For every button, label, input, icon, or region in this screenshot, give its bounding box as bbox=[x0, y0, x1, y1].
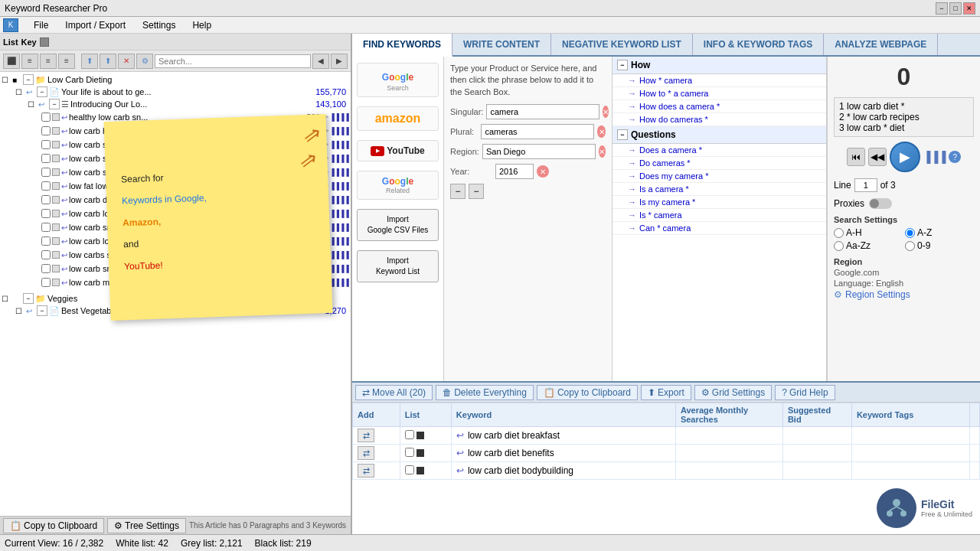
region-input[interactable] bbox=[482, 144, 596, 159]
tree-node-1[interactable]: ☐ ↩ − 📄 Your life is about to ge... 155,… bbox=[0, 86, 351, 98]
toolbar-btn-1[interactable]: ⬛ bbox=[3, 54, 20, 69]
tab-negative-keyword-list[interactable]: NEGATIVE KEYWORD LIST bbox=[551, 34, 693, 55]
radio-aa-zz-input[interactable] bbox=[834, 241, 844, 251]
kw-checkbox[interactable] bbox=[41, 223, 51, 232]
window-controls[interactable]: − □ ✕ bbox=[936, 2, 975, 15]
kw-suggestion-item[interactable]: → How does a camera * bbox=[612, 100, 826, 113]
toolbar-nav-left[interactable]: ◀ bbox=[312, 54, 329, 69]
kw-suggestion-item[interactable]: → Is my camera * bbox=[612, 196, 826, 209]
grid-settings-button[interactable]: ⚙ Grid Settings bbox=[694, 385, 772, 400]
plural-input[interactable] bbox=[481, 124, 594, 139]
kw-checkbox[interactable] bbox=[41, 154, 51, 163]
year-clear-button[interactable]: ✕ bbox=[537, 165, 549, 178]
kw-suggestion-item[interactable]: → How to * a camera bbox=[612, 87, 826, 100]
maximize-button[interactable]: □ bbox=[949, 2, 962, 15]
row-checkbox[interactable] bbox=[405, 448, 414, 457]
tree-settings-button[interactable]: ⚙ Tree Settings bbox=[107, 518, 186, 533]
tab-analyze-webpage[interactable]: ANALYZE WEBPAGE bbox=[824, 34, 938, 55]
tab-write-content[interactable]: WRITE CONTENT bbox=[452, 34, 551, 55]
n2-checkbox[interactable]: ☐ bbox=[28, 100, 38, 109]
delete-everything-button[interactable]: 🗑 Delete Everything bbox=[436, 385, 534, 400]
kw-checkbox[interactable] bbox=[41, 181, 51, 191]
radio-0-9[interactable]: 0-9 bbox=[905, 240, 974, 251]
toolbar-btn-3[interactable]: ≡ bbox=[40, 54, 57, 69]
toolbar-btn-7[interactable]: ✕ bbox=[118, 54, 135, 69]
n1-checkbox[interactable]: ☐ bbox=[15, 88, 26, 96]
kw-suggestion-item[interactable]: → Is * camera bbox=[612, 209, 826, 222]
root-expand[interactable]: − bbox=[23, 74, 34, 85]
kw-suggestion-item[interactable]: → Does a camera * bbox=[612, 144, 826, 157]
singular-input[interactable] bbox=[486, 104, 599, 119]
kw-checkbox[interactable] bbox=[41, 140, 51, 149]
add-row-button[interactable]: ⇄ bbox=[358, 429, 374, 442]
menu-help[interactable]: Help bbox=[188, 18, 216, 32]
google-related-button[interactable]: Google Related bbox=[357, 171, 439, 200]
row-checkbox[interactable] bbox=[405, 430, 414, 439]
qs-nav-prev[interactable]: − bbox=[450, 184, 466, 199]
help-icon[interactable]: ? bbox=[949, 151, 961, 163]
radio-a-h[interactable]: A-H bbox=[834, 227, 903, 238]
toolbar-btn-2[interactable]: ≡ bbox=[21, 54, 38, 69]
kw-suggestion-item[interactable]: → How * camera bbox=[612, 74, 826, 87]
menu-file[interactable]: File bbox=[29, 18, 53, 32]
kw-suggestion-item[interactable]: → How do cameras * bbox=[612, 113, 826, 126]
import-csv-button[interactable]: ImportGoogle CSV Files bbox=[357, 209, 439, 241]
kw-suggestion-item[interactable]: → Does my camera * bbox=[612, 170, 826, 183]
youtube-search-button[interactable]: ▶ YouTube bbox=[357, 140, 439, 161]
vc-checkbox[interactable]: ☐ bbox=[15, 307, 26, 315]
google-search-button[interactable]: Google Search bbox=[357, 63, 439, 97]
player-play-button[interactable]: ▶ bbox=[890, 142, 920, 172]
toolbar-btn-6[interactable]: ⬆ bbox=[100, 54, 116, 69]
player-prev-button[interactable]: ⏮ bbox=[847, 148, 865, 166]
menu-settings[interactable]: Settings bbox=[138, 18, 180, 32]
n1-expand[interactable]: − bbox=[37, 86, 47, 97]
kw-suggestion-item[interactable]: → Do cameras * bbox=[612, 157, 826, 170]
toolbar-btn-4[interactable]: ≡ bbox=[58, 54, 75, 69]
radio-0-9-input[interactable] bbox=[905, 241, 915, 251]
row-checkbox[interactable] bbox=[405, 465, 414, 474]
close-button[interactable]: ✕ bbox=[963, 2, 975, 15]
toolbar-btn-8[interactable]: ⚙ bbox=[136, 54, 153, 69]
export-button[interactable]: ⬆ Export bbox=[641, 385, 691, 400]
player-back-button[interactable]: ◀◀ bbox=[868, 148, 887, 166]
tree-root[interactable]: ☐ ■ − 📁 Low Carb Dieting bbox=[0, 73, 351, 86]
vc-expand[interactable]: − bbox=[37, 305, 47, 316]
toolbar-btn-5[interactable]: ⬆ bbox=[81, 54, 98, 69]
amazon-search-button[interactable]: amazon bbox=[357, 106, 439, 131]
singular-clear-button[interactable]: ✕ bbox=[603, 106, 609, 118]
move-all-button[interactable]: ⇄ Move All (20) bbox=[355, 385, 433, 400]
kw-checkbox[interactable] bbox=[41, 112, 51, 122]
toolbar-nav-right[interactable]: ▶ bbox=[331, 54, 348, 69]
table-copy-clipboard-button[interactable]: 📋 Copy to Clipboard bbox=[537, 385, 638, 400]
v-checkbox[interactable]: ☐ bbox=[2, 295, 12, 303]
kw-checkbox[interactable] bbox=[41, 168, 51, 177]
add-row-button[interactable]: ⇄ bbox=[358, 446, 374, 460]
copy-clipboard-button[interactable]: 📋 Copy to Clipboard bbox=[3, 518, 104, 533]
n2-expand[interactable]: − bbox=[49, 99, 60, 109]
region-clear-button[interactable]: ✕ bbox=[599, 145, 606, 158]
kw-checkbox[interactable] bbox=[41, 126, 51, 135]
questions-expand[interactable]: − bbox=[617, 129, 628, 140]
how-expand[interactable]: − bbox=[617, 60, 628, 70]
line-input[interactable] bbox=[854, 178, 877, 192]
kw-checkbox[interactable] bbox=[41, 209, 51, 218]
import-keyword-list-button[interactable]: ImportKeyword List bbox=[357, 250, 439, 282]
tab-find-keywords[interactable]: FIND KEYWORDS bbox=[352, 34, 452, 57]
radio-a-h-input[interactable] bbox=[834, 228, 844, 238]
plural-clear-button[interactable]: ✕ bbox=[597, 126, 606, 138]
kw-checkbox[interactable] bbox=[41, 236, 51, 246]
root-checkbox[interactable]: ☐ bbox=[2, 76, 12, 84]
year-input[interactable] bbox=[495, 164, 534, 179]
tab-info-keyword-tags[interactable]: INFO & KEYWORD TAGS bbox=[693, 34, 824, 55]
radio-aa-zz[interactable]: Aa-Zz bbox=[834, 240, 903, 251]
kw-suggestion-item[interactable]: → Can * camera bbox=[612, 222, 826, 235]
kw-checkbox[interactable] bbox=[41, 264, 51, 273]
menu-import-export[interactable]: Import / Export bbox=[60, 18, 130, 32]
tree-node-2[interactable]: ☐ ↩ − ☰ Introducing Our Lo... 143,100 bbox=[0, 98, 351, 110]
radio-a-z[interactable]: A-Z bbox=[905, 227, 974, 238]
kw-checkbox[interactable] bbox=[41, 278, 51, 287]
tree-search-input[interactable] bbox=[155, 54, 311, 68]
kw-checkbox[interactable] bbox=[41, 195, 51, 204]
radio-a-z-input[interactable] bbox=[905, 228, 915, 238]
kw-checkbox[interactable] bbox=[41, 250, 51, 259]
